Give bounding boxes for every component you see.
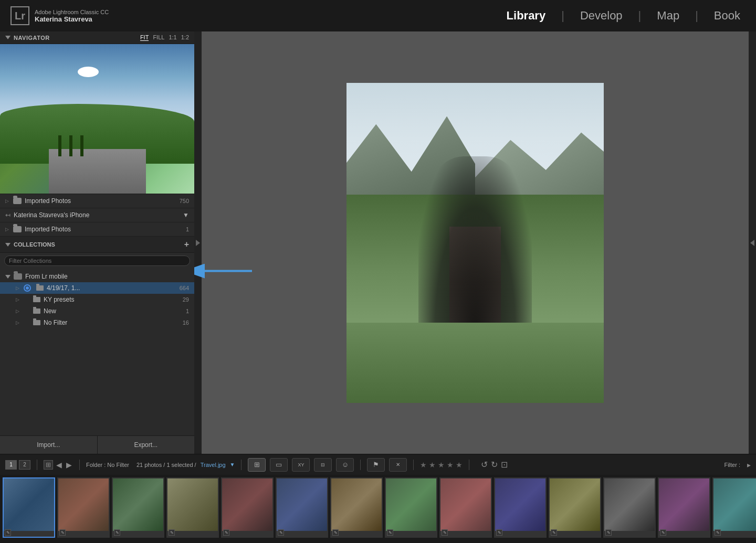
filmstrip-scroll-right[interactable]: ▸ <box>747 461 751 469</box>
arrow-annotation <box>194 255 257 288</box>
nav-map[interactable]: Map <box>652 6 685 25</box>
thumb-8[interactable]: ✎ <box>385 477 437 538</box>
filter-label: Filter : <box>724 462 740 468</box>
main-area: Navigator FIT FILL 1:1 1:2 <box>0 31 756 454</box>
thumb-5[interactable]: ✎ <box>221 477 274 538</box>
coll-name-3: New <box>44 307 56 315</box>
thumb-14[interactable]: ✎ <box>712 477 756 538</box>
survey-view-button[interactable]: ⊟ <box>314 458 332 472</box>
filename-link[interactable]: Travel.jpg <box>201 462 226 468</box>
nav-sep-3: | <box>695 9 698 23</box>
thumb-image-11 <box>550 478 600 531</box>
toolbar-sep-4 <box>360 460 361 470</box>
grid-view-icon[interactable]: ⊞ <box>44 460 53 470</box>
thumb-11[interactable]: ✎ <box>549 477 601 538</box>
folder-item-left: ▷ Imported Photos <box>5 197 71 205</box>
import-button[interactable]: Import... <box>0 436 98 454</box>
toolbar-sep-2 <box>79 460 80 470</box>
loupe-view-button[interactable]: ▭ <box>270 458 288 472</box>
user-name: Katerina Stavreva <box>35 15 109 23</box>
face-detect-button[interactable]: ☺ <box>336 458 354 472</box>
thumb-12[interactable]: ✎ <box>603 477 656 538</box>
zoom-fit[interactable]: FIT <box>140 34 149 41</box>
coll-folder-tab-4 <box>33 318 36 320</box>
iphone-device-item[interactable]: ↤ Katerina Stavreva's iPhone ▼ <box>0 208 194 222</box>
collection-item-no-filter[interactable]: ▷ No Filter 16 <box>0 317 194 328</box>
navigator-title: Navigator <box>14 35 50 41</box>
folder-imported-photos-1[interactable]: ▷ Imported Photos 1 <box>0 222 194 237</box>
right-panel-collapse[interactable] <box>749 31 756 454</box>
main-photo <box>346 83 604 403</box>
collections-add-button[interactable]: + <box>184 240 189 249</box>
collection-item-ky-presets[interactable]: ▷ KY presets 29 <box>0 294 194 305</box>
group-folder-tab <box>14 271 18 273</box>
collection-item-new[interactable]: ▷ New 1 <box>0 305 194 317</box>
thumb-edit-badge-13: ✎ <box>660 529 666 536</box>
coll-count-1: 664 <box>180 285 189 291</box>
folder-count-1: 750 <box>180 198 189 204</box>
thumb-1[interactable]: ✎ <box>3 477 55 538</box>
nav-library[interactable]: Library <box>501 6 551 25</box>
star-3[interactable]: ★ <box>438 461 445 469</box>
thumb-2[interactable]: ✎ <box>57 477 110 538</box>
collections-filter-input[interactable] <box>4 255 190 266</box>
coll-folder-tab-1 <box>36 284 39 285</box>
page-2-button[interactable]: 2 <box>19 460 30 470</box>
people-silhouette <box>418 156 532 333</box>
collections-group-header[interactable]: From Lr mobile <box>0 271 194 282</box>
left-panel-collapse[interactable] <box>194 31 202 454</box>
thumb-edit-badge-7: ✎ <box>332 529 339 536</box>
thumb-image-13 <box>659 478 709 531</box>
coll-expand-icon-3: ▷ <box>16 308 19 314</box>
collection-item-419[interactable]: ▷ 4/19/17, 1... 664 <box>0 282 194 294</box>
compare-view-button[interactable]: XY <box>292 458 310 472</box>
star-1[interactable]: ★ <box>420 461 427 469</box>
nav-sep-1: | <box>561 9 564 23</box>
grid-view-button[interactable]: ⊞ <box>248 458 266 472</box>
thumb-13[interactable]: ✎ <box>658 477 710 538</box>
filename-dropdown[interactable]: ▼ <box>230 462 235 467</box>
navigator-header-left: Navigator <box>5 35 50 41</box>
app-title: Adobe Lightroom Classic CC Katerina Stav… <box>35 9 109 23</box>
rotate-left-button[interactable]: ↺ <box>481 460 488 470</box>
thumb-7[interactable]: ✎ <box>330 477 383 538</box>
zoom-1to1[interactable]: 1:1 <box>169 34 176 41</box>
bottom-buttons: Import... Export... <box>0 435 194 454</box>
coll-expand-icon-2: ▷ <box>16 297 19 302</box>
thumb-10[interactable]: ✎ <box>494 477 547 538</box>
coll-item-left-3: ▷ New <box>16 307 56 315</box>
zoom-1to2[interactable]: 1:2 <box>181 34 189 41</box>
navigator-section: Navigator FIT FILL 1:1 1:2 <box>0 31 194 194</box>
crop-button[interactable]: ⊡ <box>501 460 508 470</box>
navigator-preview[interactable] <box>0 44 194 194</box>
thumb-3[interactable]: ✎ <box>112 477 164 538</box>
star-4[interactable]: ★ <box>447 461 454 469</box>
collections-header[interactable]: Collections + <box>0 237 194 253</box>
zoom-fill[interactable]: FILL <box>153 34 164 41</box>
rotate-right-button[interactable]: ↻ <box>491 460 498 470</box>
nav-book[interactable]: Book <box>709 6 746 25</box>
reject-button[interactable]: ✕ <box>389 458 407 472</box>
star-rating: ★ ★ ★ ★ ★ <box>420 461 463 469</box>
star-5[interactable]: ★ <box>456 461 463 469</box>
nav-develop[interactable]: Develop <box>575 6 628 25</box>
thumb-image-7 <box>331 478 382 531</box>
collapse-arrow-icon <box>196 240 200 246</box>
page-1-button[interactable]: 1 <box>5 460 17 470</box>
nav-arrow-next[interactable]: ▶ <box>65 460 73 470</box>
export-button[interactable]: Export... <box>98 436 195 454</box>
flag-button[interactable]: ⚑ <box>367 458 385 472</box>
thumb-9[interactable]: ✎ <box>439 477 492 538</box>
nav-tree-2 <box>69 135 72 156</box>
star-2[interactable]: ★ <box>429 461 436 469</box>
folder-imported-photos-750[interactable]: ▷ Imported Photos 750 <box>0 194 194 208</box>
coll-name-2: KY presets <box>44 296 74 303</box>
coll-count-3: 1 <box>186 308 189 314</box>
coll-expand-icon-1: ▷ <box>16 285 19 291</box>
navigator-header[interactable]: Navigator FIT FILL 1:1 1:2 <box>0 31 194 44</box>
left-panel: Navigator FIT FILL 1:1 1:2 <box>0 31 194 454</box>
thumb-6[interactable]: ✎ <box>276 477 328 538</box>
iphone-device-name: Katerina Stavreva's iPhone <box>14 211 89 219</box>
thumb-4[interactable]: ✎ <box>166 477 219 538</box>
nav-arrow-prev[interactable]: ◀ <box>55 460 63 470</box>
